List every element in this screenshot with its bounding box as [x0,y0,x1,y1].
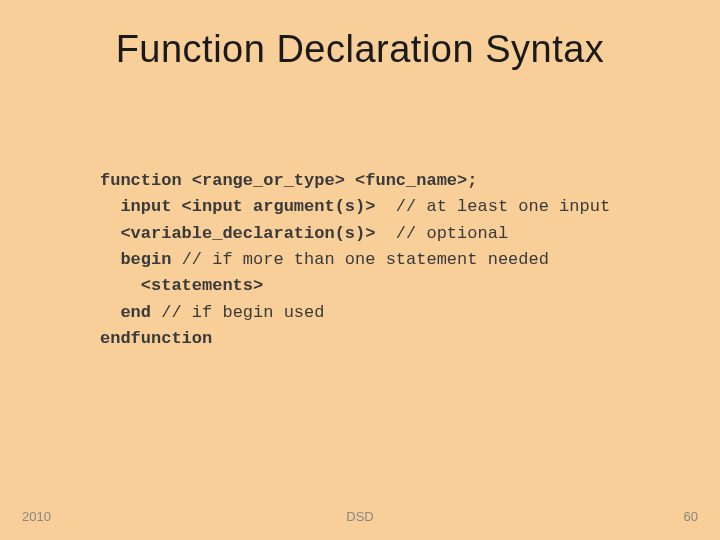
code-line-6-comment: // if begin used [161,303,324,322]
code-line-7: endfunction [100,329,212,348]
slide: Function Declaration Syntax function <ra… [0,0,720,540]
code-line-4a: begin [100,250,182,269]
slide-title: Function Declaration Syntax [0,28,720,71]
code-line-1: function <range_or_type> <func_name>; [100,171,477,190]
code-line-3-comment: // optional [396,224,508,243]
footer-page-number: 60 [684,509,698,524]
code-line-2a: input <input argument(s)> [100,197,396,216]
code-line-6a: end [100,303,161,322]
code-line-2-comment: // at least one input [396,197,610,216]
code-line-4-comment: // if more than one statement needed [182,250,549,269]
code-line-5: <statements> [100,276,263,295]
code-block: function <range_or_type> <func_name>; in… [100,168,610,352]
code-line-3a: <variable_declaration(s)> [100,224,396,243]
footer-label: DSD [0,509,720,524]
